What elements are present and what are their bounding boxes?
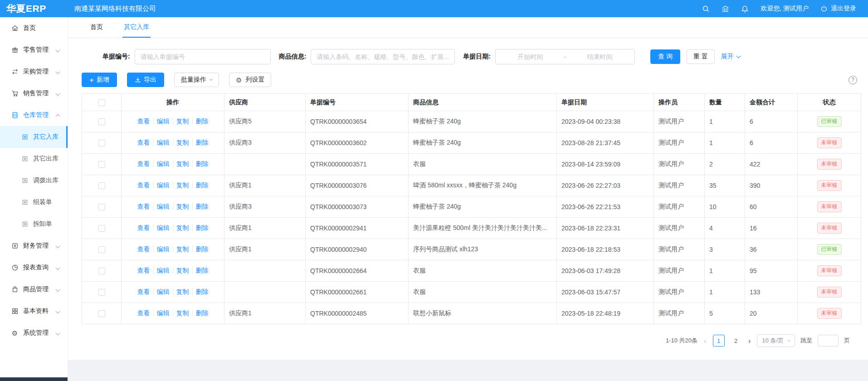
edit-link[interactable]: 编辑	[153, 267, 173, 274]
sidebar-item-goods[interactable]: 商品管理	[0, 278, 68, 300]
edit-link[interactable]: 编辑	[153, 245, 173, 253]
view-link[interactable]: 查看	[134, 117, 153, 125]
reset-button[interactable]: 重 置	[687, 49, 715, 64]
tab-other-inbound[interactable]: 其它入库	[122, 17, 151, 38]
sidebar-item-assembly[interactable]: 组装单	[0, 191, 68, 213]
sidebar-item-reports[interactable]: 报表查询	[0, 257, 68, 278]
delete-link[interactable]: 删除	[192, 309, 212, 317]
view-link[interactable]: 查看	[134, 224, 153, 231]
date-start-input[interactable]	[499, 53, 561, 61]
edit-link[interactable]: 编辑	[153, 117, 173, 125]
copy-link[interactable]: 复制	[173, 181, 192, 189]
row-checkbox[interactable]	[98, 161, 105, 168]
edit-link[interactable]: 编辑	[153, 288, 173, 295]
delete-link[interactable]: 删除	[192, 288, 212, 295]
edit-link[interactable]: 编辑	[153, 181, 173, 189]
view-link[interactable]: 查看	[134, 203, 153, 210]
sidebar-item-finance[interactable]: 财务管理	[0, 235, 68, 257]
view-link[interactable]: 查看	[134, 181, 153, 189]
view-link[interactable]: 查看	[134, 309, 153, 317]
search-icon[interactable]	[702, 5, 710, 13]
copy-link[interactable]: 复制	[173, 288, 192, 295]
edit-link[interactable]: 编辑	[153, 203, 173, 210]
amount-cell: 60	[745, 196, 798, 218]
date-end-input[interactable]	[569, 53, 631, 61]
page-size-select[interactable]: 10 条/页	[757, 334, 795, 347]
copy-link[interactable]: 复制	[173, 160, 192, 167]
row-checkbox[interactable]	[98, 310, 105, 317]
sidebar-item-warehouse[interactable]: 仓库管理	[0, 104, 68, 126]
date-range-picker[interactable]: ~	[495, 49, 635, 64]
sidebar-item-home[interactable]: 首页	[0, 17, 68, 39]
sidebar-item-other-inbound[interactable]: 其它入库	[0, 126, 68, 148]
operator-cell: 测试用户	[654, 175, 705, 196]
help-icon[interactable]: ?	[848, 76, 857, 84]
doc-no-input[interactable]	[135, 49, 271, 64]
delete-link[interactable]: 删除	[192, 160, 212, 167]
row-checkbox[interactable]	[98, 118, 105, 125]
copy-link[interactable]: 复制	[173, 117, 192, 125]
doc-square-icon	[21, 177, 29, 185]
delete-link[interactable]: 删除	[192, 245, 212, 253]
sidebar-item-basics[interactable]: 基本资料	[0, 300, 68, 322]
column-settings-button[interactable]: ⚙ 列设置	[229, 73, 271, 87]
jump-to-input[interactable]	[818, 335, 839, 347]
page-1-button[interactable]: 1	[713, 335, 725, 347]
row-checkbox[interactable]	[98, 225, 105, 232]
copy-link[interactable]: 复制	[173, 203, 192, 210]
select-all-checkbox[interactable]	[98, 99, 105, 106]
next-page-button[interactable]: ›	[747, 337, 752, 345]
sidebar-item-disassembly[interactable]: 拆卸单	[0, 213, 68, 235]
expand-link[interactable]: 展开	[721, 53, 740, 61]
export-button[interactable]: 导出	[127, 73, 164, 87]
view-link[interactable]: 查看	[134, 160, 153, 167]
search-button[interactable]: 查 询	[650, 49, 680, 64]
page-2-button[interactable]: 2	[730, 335, 742, 347]
row-checkbox[interactable]	[98, 289, 105, 296]
row-checkbox[interactable]	[98, 204, 105, 210]
add-button[interactable]: + 新增	[82, 73, 117, 87]
copy-link[interactable]: 复制	[173, 309, 192, 317]
sidebar-item-retail[interactable]: 零售管理	[0, 39, 68, 61]
view-link[interactable]: 查看	[134, 267, 153, 274]
prev-page-button[interactable]: ‹	[703, 337, 707, 345]
batch-actions-button[interactable]: 批量操作	[174, 73, 219, 87]
sidebar-item-other-outbound[interactable]: 其它出库	[0, 148, 68, 170]
copy-link[interactable]: 复制	[173, 267, 192, 274]
col-actions: 操作	[122, 94, 224, 111]
delete-link[interactable]: 删除	[192, 139, 212, 146]
tab-home[interactable]: 首页	[89, 17, 104, 38]
delete-link[interactable]: 删除	[192, 267, 212, 274]
row-checkbox[interactable]	[98, 140, 105, 147]
edit-link[interactable]: 编辑	[153, 309, 173, 317]
doc-no-cell: QTRK00000003654	[306, 111, 409, 132]
view-link[interactable]: 查看	[134, 245, 153, 253]
edit-link[interactable]: 编辑	[153, 224, 173, 231]
sidebar-item-transfer-outbound[interactable]: 调拨出库	[0, 170, 68, 191]
sidebar-item-system[interactable]: ⚙ 系统管理	[0, 322, 68, 344]
row-checkbox[interactable]	[98, 246, 105, 253]
amount-cell: 6	[745, 132, 798, 154]
copy-link[interactable]: 复制	[173, 245, 192, 253]
delete-link[interactable]: 删除	[192, 224, 212, 231]
copy-link[interactable]: 复制	[173, 139, 192, 146]
sidebar-collapse-strip[interactable]	[0, 377, 68, 381]
edit-link[interactable]: 编辑	[153, 139, 173, 146]
status-badge: 已审核	[817, 244, 842, 255]
delete-link[interactable]: 删除	[192, 181, 212, 189]
sidebar-item-purchase[interactable]: 采购管理	[0, 61, 68, 83]
row-checkbox[interactable]	[98, 268, 105, 274]
col-amount: 金额合计	[745, 94, 798, 111]
delete-link[interactable]: 删除	[192, 203, 212, 210]
view-link[interactable]: 查看	[134, 288, 153, 295]
bell-icon[interactable]	[741, 5, 749, 13]
edit-link[interactable]: 编辑	[153, 160, 173, 167]
view-link[interactable]: 查看	[134, 139, 153, 146]
sidebar-item-sales[interactable]: 销售管理	[0, 83, 68, 104]
row-checkbox[interactable]	[98, 182, 105, 189]
bank-icon[interactable]	[722, 5, 729, 13]
copy-link[interactable]: 复制	[173, 224, 192, 231]
delete-link[interactable]: 删除	[192, 117, 212, 125]
logout-button[interactable]: 退出登录	[820, 5, 856, 13]
product-info-input[interactable]	[311, 49, 455, 64]
